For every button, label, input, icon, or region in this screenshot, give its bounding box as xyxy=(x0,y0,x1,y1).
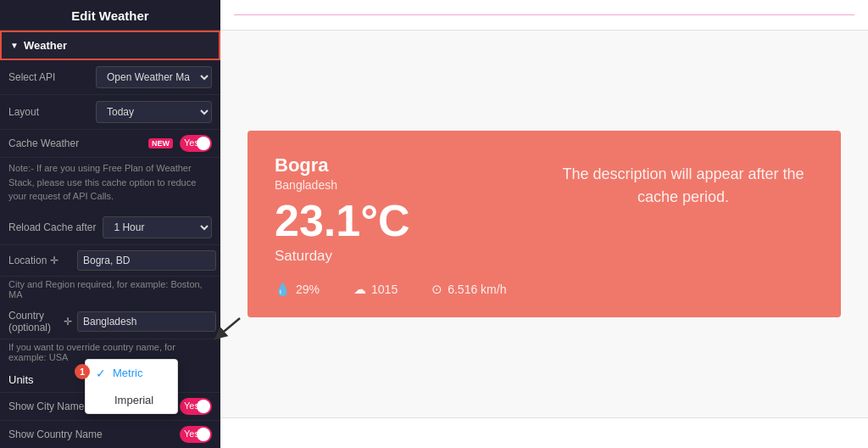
city-name: Bogra xyxy=(275,154,536,176)
weather-right: The description will appear after the ca… xyxy=(553,154,814,209)
crosshair2-icon: ✛ xyxy=(64,316,72,328)
temperature: 23.1°C xyxy=(275,199,536,243)
location-row: Location ✛ ⧉ xyxy=(0,245,220,277)
units-imperial-option[interactable]: Imperial xyxy=(86,387,177,413)
location-input[interactable] xyxy=(77,250,216,271)
new-badge: NEW xyxy=(148,138,173,148)
crosshair-icon: ✛ xyxy=(50,255,58,266)
cache-weather-row: Cache Weather NEW Yes xyxy=(0,130,220,158)
cache-description: The description will appear after the ca… xyxy=(553,163,814,209)
cache-toggle[interactable]: Yes xyxy=(180,135,212,152)
imperial-label: Imperial xyxy=(114,394,153,406)
cache-note: Note:- If are you using Free Plan of Wea… xyxy=(0,158,220,210)
pink-divider xyxy=(234,14,854,15)
wind-value: 6.516 km/h xyxy=(448,283,506,296)
wind-stat: ⊙ 6.516 km/h xyxy=(431,282,506,297)
humidity-value: 29% xyxy=(296,283,320,296)
country-name: Bangladesh xyxy=(275,178,536,192)
metric-label: Metric xyxy=(113,367,142,379)
checkmark-icon: ✓ xyxy=(96,367,106,380)
panel-title: Edit Weather xyxy=(0,0,220,31)
location-label: Location ✛ xyxy=(8,255,72,266)
country-input[interactable] xyxy=(77,311,216,332)
layout-select[interactable]: Today xyxy=(96,101,212,123)
chevron-down-icon: ▼ xyxy=(10,41,19,50)
wind-icon: ⊙ xyxy=(431,282,442,297)
select-api-row: Select API Open Weather Ma xyxy=(0,60,220,95)
cache-weather-label: Cache Weather xyxy=(8,137,142,149)
select-api-label: Select API xyxy=(8,71,89,83)
day-name: Saturday xyxy=(275,248,536,265)
pressure-value: 1015 xyxy=(371,283,398,296)
weather-stats: 💧 29% ☁ 1015 ⊙ 6.516 km/h xyxy=(275,282,814,297)
reload-cache-row: Reload Cache after 1 Hour xyxy=(0,210,220,245)
location-note: City and Region required, for example: B… xyxy=(0,277,220,305)
notification-badge: 1 xyxy=(75,364,90,379)
reload-cache-select[interactable]: 1 Hour xyxy=(103,216,212,238)
units-row: Units 1 ✓ Metric Imperial xyxy=(0,367,220,393)
pressure-stat: ☁ 1015 xyxy=(353,282,398,297)
right-panel: Bogra Bangladesh 23.1°C Saturday The des… xyxy=(220,0,868,448)
humidity-stat: 💧 29% xyxy=(275,282,320,297)
show-country-toggle[interactable]: Yes xyxy=(180,426,212,443)
reload-cache-label: Reload Cache after xyxy=(8,221,96,233)
units-metric-option[interactable]: ✓ Metric xyxy=(86,360,177,387)
section-label: Weather xyxy=(24,39,67,52)
weather-card-area: Bogra Bangladesh 23.1°C Saturday The des… xyxy=(220,31,868,417)
show-country-label: Show Country Name xyxy=(8,428,173,440)
show-city-toggle[interactable]: Yes xyxy=(180,398,212,415)
layout-label: Layout xyxy=(8,106,89,118)
weather-card: Bogra Bangladesh 23.1°C Saturday The des… xyxy=(248,131,841,317)
country-row: Country (optional) ✛ ⧉ xyxy=(0,305,220,339)
weather-left: Bogra Bangladesh 23.1°C Saturday xyxy=(275,154,536,265)
top-bar xyxy=(220,0,868,31)
country-label: Country (optional) ✛ xyxy=(8,310,72,333)
units-dropdown[interactable]: ✓ Metric Imperial xyxy=(85,359,178,414)
show-country-row: Show Country Name Yes xyxy=(0,421,220,449)
layout-row: Layout Today xyxy=(0,95,220,130)
units-label: Units xyxy=(8,373,55,386)
weather-section-header[interactable]: ▼ Weather xyxy=(0,31,220,60)
humidity-icon: 💧 xyxy=(275,282,291,297)
pressure-icon: ☁ xyxy=(353,282,366,297)
left-panel: Edit Weather ▼ Weather Select API Open W… xyxy=(0,0,220,448)
bottom-bar xyxy=(220,417,868,448)
select-api-select[interactable]: Open Weather Ma xyxy=(96,66,212,88)
